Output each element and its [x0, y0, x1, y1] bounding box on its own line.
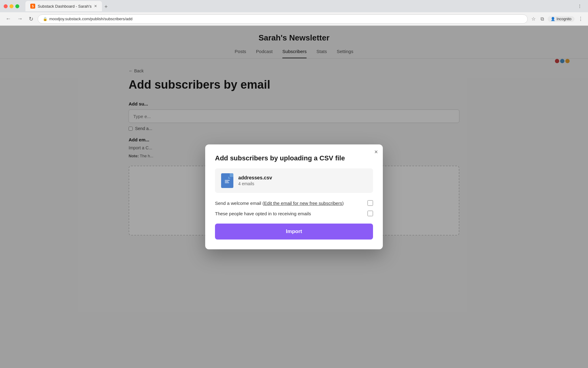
welcome-email-checkbox[interactable]: [368, 200, 373, 206]
ssl-lock-icon: 🔒: [43, 17, 47, 21]
opted-in-option-row: These people have opted in to receiving …: [215, 211, 373, 216]
incognito-icon: 👤: [551, 17, 555, 21]
url-text: moodjoy.substack.com/publish/subscribers…: [49, 17, 132, 21]
modal-close-button[interactable]: ×: [374, 149, 378, 155]
extensions-button[interactable]: ⧉: [539, 15, 545, 23]
csv-upload-modal: × Add subscribers by uploading a CSV fil…: [205, 144, 383, 249]
modal-overlay[interactable]: × Add subscribers by uploading a CSV fil…: [0, 26, 588, 368]
address-bar[interactable]: 🔒 moodjoy.substack.com/publish/subscribe…: [38, 14, 528, 24]
browser-menu-button[interactable]: ⋮: [577, 15, 584, 23]
file-icon: [221, 173, 233, 188]
opted-in-checkbox[interactable]: [368, 211, 373, 216]
minimize-button[interactable]: [9, 4, 13, 8]
bookmark-button[interactable]: ☆: [530, 15, 537, 23]
incognito-badge: 👤 Incognito: [548, 16, 575, 22]
forward-nav-button[interactable]: →: [15, 14, 24, 23]
traffic-lights: [4, 4, 19, 8]
file-preview: addresses.csv 4 emails: [215, 168, 373, 193]
page-content: Sarah's Newsletter Posts Podcast Subscri…: [0, 26, 588, 368]
browser-tab[interactable]: S Substack Dashboard - Sarah's ✕: [25, 1, 102, 11]
file-name: addresses.csv: [238, 175, 272, 181]
file-meta: 4 emails: [238, 181, 272, 186]
edit-email-link[interactable]: Edit the email for new free subscribers: [264, 201, 342, 206]
tab-close-button[interactable]: ✕: [94, 4, 97, 8]
file-info: addresses.csv 4 emails: [238, 175, 272, 186]
back-nav-button[interactable]: ←: [4, 14, 13, 23]
welcome-email-option-text: Send a welcome email (Edit the email for…: [215, 201, 344, 206]
svg-rect-2: [225, 181, 228, 182]
reload-button[interactable]: ↻: [27, 14, 35, 24]
svg-rect-3: [225, 182, 229, 183]
browser-menu-icon[interactable]: ⋮: [575, 4, 584, 9]
browser-toolbar: ← → ↻ 🔒 moodjoy.substack.com/publish/sub…: [0, 12, 588, 26]
modal-title: Add subscribers by uploading a CSV file: [215, 154, 373, 162]
maximize-button[interactable]: [15, 4, 19, 8]
opted-in-option-text: These people have opted in to receiving …: [215, 211, 311, 216]
incognito-label: Incognito: [556, 17, 571, 21]
tab-title: Substack Dashboard - Sarah's: [38, 4, 92, 9]
new-tab-button[interactable]: +: [102, 4, 110, 10]
import-button[interactable]: Import: [215, 224, 373, 240]
svg-rect-1: [225, 180, 230, 181]
tab-favicon: S: [30, 4, 35, 9]
welcome-email-option-row: Send a welcome email (Edit the email for…: [215, 200, 373, 206]
close-button[interactable]: [4, 4, 8, 8]
